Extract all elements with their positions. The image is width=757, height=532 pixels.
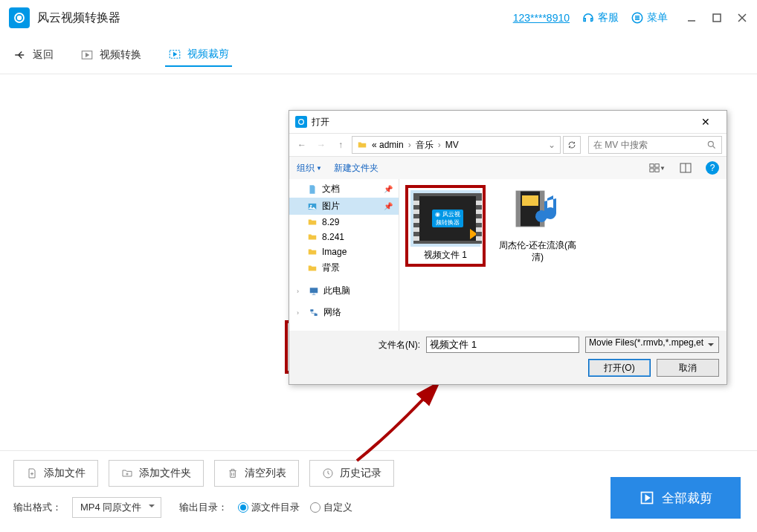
crop-icon (168, 48, 181, 61)
nav-forward-button[interactable]: → (313, 137, 329, 153)
filename-label: 文件名(N): (378, 339, 420, 351)
folder-icon (307, 232, 318, 242)
sidebar-item-folder-image[interactable]: Image (289, 244, 399, 259)
doc-icon (307, 184, 318, 195)
network-icon (309, 308, 319, 318)
sidebar-item-thispc[interactable]: › 此电脑 (289, 282, 399, 299)
main-area: ＋ 添加文件 打开 ✕ ← → ↑ « admin › 音乐 (0, 74, 757, 450)
dialog-toolbar: 组织 ▼ 新建文件夹 ▼ ? (289, 157, 727, 179)
preview-pane-button[interactable] (677, 160, 694, 176)
file-filter-select[interactable]: Movie Files(*.rmvb,*.mpeg,et (585, 337, 719, 353)
svg-point-7 (708, 141, 713, 146)
sidebar-item-documents[interactable]: 文档📌 (289, 181, 399, 198)
svg-rect-11 (655, 169, 659, 172)
svg-point-6 (299, 120, 304, 125)
add-file-btn-small[interactable]: 添加文件 (13, 460, 98, 487)
tab-convert[interactable]: 视频转换 (77, 44, 144, 66)
dialog-footer: 文件名(N): Movie Files(*.rmvb,*.mpeg,et 打开(… (289, 331, 727, 384)
dialog-open-button[interactable]: 打开(O) (588, 359, 651, 377)
svg-rect-10 (650, 169, 654, 172)
dialog-app-icon (295, 116, 307, 128)
nav-up-button[interactable]: ↑ (332, 137, 349, 153)
minimize-button[interactable] (686, 12, 698, 24)
play-icon (640, 490, 654, 505)
new-folder-button[interactable]: 新建文件夹 (334, 162, 378, 175)
dialog-close-button[interactable]: ✕ (691, 116, 721, 128)
crop-all-button[interactable]: 全部裁剪 (611, 477, 741, 519)
svg-rect-8 (650, 164, 654, 167)
dialog-file-pane: ◉ 风云视频转换器 视频文件 1 (399, 179, 727, 331)
svg-rect-20 (516, 191, 521, 227)
sidebar-item-network[interactable]: › 网络 (289, 304, 399, 321)
folder-icon (307, 217, 318, 227)
pc-icon (309, 286, 319, 296)
trash-icon (227, 467, 239, 479)
output-format-select[interactable]: MP4 同原文件 (72, 497, 161, 518)
file-item-audio1[interactable]: 周杰伦-还在流浪(高清) (497, 185, 578, 263)
clear-list-btn[interactable]: 清空列表 (214, 460, 299, 487)
app-logo (9, 7, 30, 28)
annotation-arrow-1 (349, 372, 461, 468)
dialog-cancel-button[interactable]: 取消 (657, 359, 719, 377)
back-arrow-icon (13, 48, 27, 62)
output-dir-label: 输出目录： (179, 501, 228, 514)
refresh-icon (567, 140, 576, 149)
output-format-label: 输出格式： (13, 501, 62, 514)
image-icon (307, 201, 318, 212)
folder-icon (307, 263, 318, 273)
svg-rect-22 (522, 195, 538, 206)
sidebar-item-pictures[interactable]: 图片📌 (289, 198, 399, 215)
dialog-title: 打开 (312, 116, 329, 129)
filename-input[interactable] (426, 337, 579, 353)
organize-menu[interactable]: 组织 ▼ (297, 162, 322, 175)
svg-rect-16 (310, 288, 318, 293)
folder-plus-icon (121, 467, 133, 479)
svg-point-15 (310, 204, 312, 206)
sidebar-item-folder-8241[interactable]: 8.241 (289, 230, 399, 244)
support-button[interactable]: 客服 (582, 11, 619, 25)
close-button[interactable] (736, 12, 748, 24)
clock-icon (322, 467, 334, 479)
dialog-nav: ← → ↑ « admin › 音乐 › MV ⌄ (289, 133, 727, 157)
svg-rect-18 (315, 314, 318, 316)
video-thumbnail: ◉ 风云视频转换器 (413, 193, 482, 244)
breadcrumb[interactable]: « admin › 音乐 › MV ⌄ (352, 136, 561, 154)
svg-rect-17 (310, 309, 313, 311)
radio-custom-dir[interactable]: 自定义 (310, 501, 352, 514)
headset-icon (582, 11, 595, 25)
svg-rect-9 (655, 164, 659, 167)
maximize-button[interactable] (711, 12, 723, 24)
radio-source-dir[interactable]: 源文件目录 (238, 501, 300, 514)
nav-back-button[interactable]: ← (294, 137, 310, 153)
search-input[interactable] (593, 140, 706, 150)
svg-rect-3 (713, 14, 721, 22)
search-icon (706, 140, 717, 150)
refresh-button[interactable] (563, 136, 581, 154)
folder-icon (307, 247, 318, 257)
sidebar-item-folder-829[interactable]: 8.29 (289, 215, 399, 230)
audio-thumbnail (512, 185, 564, 237)
file-icon (26, 467, 38, 479)
view-mode-button[interactable]: ▼ (649, 160, 666, 176)
tab-crop[interactable]: 视频裁剪 (165, 43, 232, 67)
menu-icon (631, 11, 644, 25)
phone-link[interactable]: 123****8910 (513, 12, 570, 24)
play-box-icon (80, 48, 94, 62)
svg-point-1 (18, 16, 22, 20)
help-button[interactable]: ? (706, 161, 719, 175)
dialog-titlebar: 打开 ✕ (289, 111, 727, 133)
back-button[interactable]: 返回 (10, 44, 57, 66)
chevron-down-icon[interactable]: ⌄ (548, 140, 555, 150)
search-box[interactable] (588, 136, 722, 154)
dialog-sidebar: 文档📌 图片📌 8.29 8.241 Image (289, 179, 399, 331)
file-open-dialog: 打开 ✕ ← → ↑ « admin › 音乐 › MV ⌄ (289, 110, 727, 385)
folder-icon (357, 140, 367, 150)
titlebar: 风云视频转换器 123****8910 客服 菜单 (0, 0, 757, 36)
menu-button[interactable]: 菜单 (631, 11, 668, 25)
toolbar: 返回 视频转换 视频裁剪 (0, 36, 757, 74)
sidebar-item-folder-bg[interactable]: 背景 (289, 259, 399, 276)
add-folder-btn[interactable]: 添加文件夹 (109, 460, 204, 487)
app-title: 风云视频转换器 (37, 10, 120, 26)
file-item-video1[interactable]: ◉ 风云视频转换器 视频文件 1 (405, 185, 486, 267)
